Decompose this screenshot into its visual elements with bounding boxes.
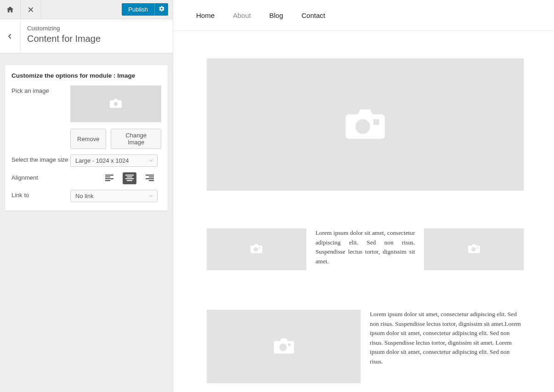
nav-blog[interactable]: Blog xyxy=(269,11,283,19)
column-image-placeholder[interactable] xyxy=(424,228,524,270)
camera-icon xyxy=(274,338,294,355)
header-eyebrow: Customizing xyxy=(27,25,166,32)
svg-rect-6 xyxy=(476,247,478,249)
change-image-button[interactable]: Change Image xyxy=(111,129,161,149)
chevron-down-icon xyxy=(149,157,153,164)
alignment-label: Alignment xyxy=(11,172,70,181)
link-to-value: No link xyxy=(75,193,94,199)
image-thumbnail[interactable] xyxy=(70,85,161,122)
body-text: Lorem ipsum dolor sit amet, consectetur … xyxy=(370,310,524,367)
svg-point-1 xyxy=(356,119,370,134)
close-icon[interactable] xyxy=(21,0,41,19)
svg-point-3 xyxy=(254,247,258,252)
align-right-icon xyxy=(146,175,154,182)
image-size-label: Select the image size xyxy=(11,154,70,163)
primary-nav: Home About Blog Contact xyxy=(196,11,325,19)
svg-point-7 xyxy=(279,343,287,351)
wide-image-placeholder[interactable] xyxy=(207,310,361,383)
preview-pane: Home About Blog Contact Lorem ipsum dolo… xyxy=(173,0,554,392)
align-center-icon xyxy=(125,175,134,182)
svg-rect-8 xyxy=(288,343,291,346)
panel-header: Customizing Content for Image xyxy=(0,19,173,53)
svg-rect-4 xyxy=(259,247,260,249)
publish-group: Publish xyxy=(122,3,168,16)
align-right-button[interactable] xyxy=(143,172,157,184)
camera-icon xyxy=(250,244,262,255)
svg-point-5 xyxy=(471,247,476,252)
publish-button[interactable]: Publish xyxy=(122,3,154,16)
svg-rect-2 xyxy=(373,119,379,125)
publish-settings-button[interactable] xyxy=(154,3,168,16)
svg-point-0 xyxy=(114,102,118,106)
camera-icon xyxy=(468,244,480,255)
align-center-button[interactable] xyxy=(123,172,136,184)
home-icon[interactable] xyxy=(0,0,21,19)
hero-image-placeholder[interactable] xyxy=(207,58,524,191)
chevron-down-icon xyxy=(149,193,153,199)
customizer-top-bar: Publish xyxy=(0,0,173,19)
gear-icon xyxy=(158,6,165,13)
link-to-select[interactable]: No link xyxy=(70,190,158,202)
pick-image-label: Pick an image xyxy=(11,85,70,94)
column-image-placeholder[interactable] xyxy=(207,228,306,270)
nav-contact[interactable]: Contact xyxy=(301,11,325,19)
link-to-label: Link to xyxy=(11,190,70,199)
remove-button[interactable]: Remove xyxy=(70,129,106,149)
site-header: Home About Blog Contact xyxy=(173,0,554,31)
camera-icon xyxy=(110,99,122,109)
back-button[interactable] xyxy=(0,19,21,53)
page-title: Content for Image xyxy=(27,34,166,44)
image-size-value: Large - 1024 x 1024 xyxy=(75,157,129,164)
body-text: Lorem ipsum dolor sit amet, consectetur … xyxy=(316,228,415,266)
nav-home[interactable]: Home xyxy=(196,11,215,19)
panel-title: Customize the options for module : Image xyxy=(11,72,161,79)
align-left-button[interactable] xyxy=(102,172,116,184)
align-left-icon xyxy=(105,175,113,182)
module-options-card: Customize the options for module : Image… xyxy=(5,65,168,211)
image-size-select[interactable]: Large - 1024 x 1024 xyxy=(70,154,158,167)
camera-icon xyxy=(345,109,385,140)
customizer-panel: Publish Customizing Content for Image Cu… xyxy=(0,0,173,392)
nav-about[interactable]: About xyxy=(233,11,251,19)
